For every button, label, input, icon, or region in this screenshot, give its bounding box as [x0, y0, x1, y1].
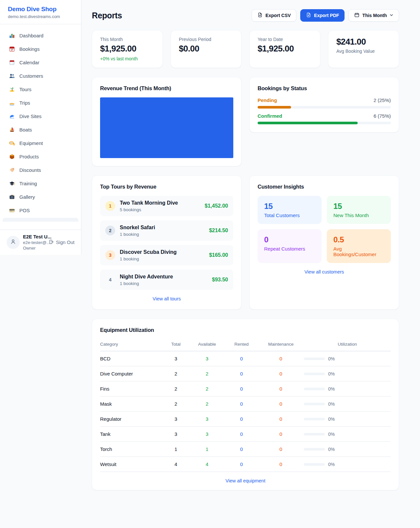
- insight-value: 15: [333, 202, 384, 211]
- equipment-rented: 0: [225, 442, 258, 457]
- stat-label: Year to Date: [258, 37, 312, 42]
- status-row: Pending 2 (25%): [258, 97, 391, 109]
- equipment-maintenance: 0: [258, 366, 304, 381]
- export-pdf-label: Export PDF: [314, 13, 339, 18]
- sidebar-item[interactable]: Discounts: [0, 163, 81, 177]
- pos-icon: [9, 207, 15, 214]
- equipment-maintenance: 0: [258, 457, 304, 472]
- equipment-available: 3: [189, 412, 225, 427]
- utilization-percent: 0%: [328, 356, 335, 361]
- trips-icon: [9, 100, 15, 106]
- sidebar-item[interactable]: Gallery: [0, 190, 81, 204]
- equipment-maintenance: 0: [258, 442, 304, 457]
- equipment-available: 3: [189, 351, 225, 366]
- brand-domain: demo.test.divestreams.com: [8, 14, 73, 19]
- top-tours-title: Top Tours by Revenue: [100, 184, 233, 190]
- utilization-percent: 0%: [328, 371, 335, 376]
- equipment-maintenance: 0: [258, 381, 304, 396]
- equipment-row: BCD 3 3 0 0 0%: [100, 351, 391, 366]
- revenue-trend-card: Revenue Trend (This Month): [92, 77, 242, 166]
- header-actions: Export CSV Export PDF This Month: [252, 9, 399, 22]
- status-bar-track: [258, 122, 391, 124]
- utilization-percent: 0%: [328, 386, 335, 392]
- sign-out-button[interactable]: Sign Out: [49, 239, 74, 246]
- sidebar-item[interactable]: POS: [0, 204, 81, 217]
- sidebar-item[interactable]: Boats: [0, 123, 81, 136]
- insight-label: Repeat Customers: [264, 246, 315, 252]
- insight-tile: 15 New This Month: [327, 196, 391, 224]
- stat-delta: +0% vs last month: [100, 56, 155, 61]
- equipment-maintenance: 0: [258, 351, 304, 366]
- utilization-bar-track: [304, 433, 325, 436]
- export-csv-button[interactable]: Export CSV: [252, 9, 296, 22]
- tour-name: Snorkel Safari: [120, 224, 155, 231]
- tour-name: Night Dive Adventure: [120, 274, 173, 280]
- equipment-total: 4: [163, 457, 189, 472]
- sidebar-item[interactable]: Tours: [0, 83, 81, 96]
- discounts-icon: [9, 167, 15, 173]
- view-all-tours-link[interactable]: View all tours: [100, 296, 233, 301]
- insight-label: New This Month: [333, 213, 384, 218]
- equipment-rented: 0: [225, 381, 258, 396]
- view-all-equipment-link[interactable]: View all equipment: [100, 478, 391, 483]
- stat-label: Previous Period: [179, 37, 233, 42]
- tour-revenue: $1,452.00: [205, 203, 228, 209]
- status-bar-fill: [258, 106, 291, 109]
- user-role: Owner: [23, 246, 45, 251]
- column-header: Available: [189, 339, 225, 351]
- stat-value: $0.00: [179, 44, 233, 54]
- sidebar-item[interactable]: 17 Bookings: [0, 42, 81, 56]
- column-header: Rented: [225, 339, 258, 351]
- column-header: Utilization: [304, 339, 391, 351]
- equipment-category: Tank: [100, 427, 163, 442]
- status-row: Confirmed 6 (75%): [258, 113, 391, 124]
- tour-revenue: $165.00: [209, 252, 228, 258]
- export-pdf-button[interactable]: Export PDF: [300, 9, 345, 22]
- sidebar-item-label: Dive Sites: [19, 113, 42, 120]
- dive-sites-icon: [9, 113, 15, 120]
- sidebar-item[interactable]: Dashboard: [0, 29, 81, 42]
- sidebar-item[interactable]: Training: [0, 177, 81, 190]
- equipment-available: 2: [189, 366, 225, 381]
- sidebar-item-label: Products: [19, 153, 39, 160]
- sidebar-item[interactable]: Equipment: [0, 136, 81, 150]
- customer-insights-card: Customer Insights 15 Total Customers 15 …: [249, 175, 399, 310]
- stat-card: This Month $1,925.00 +0% vs last month: [92, 30, 163, 68]
- equipment-row: Torch 1 1 0 0 0%: [100, 442, 391, 457]
- equipment-total: 2: [163, 381, 189, 396]
- insight-tile: 15 Total Customers: [258, 196, 322, 224]
- sidebar-item[interactable]: Products: [0, 150, 81, 163]
- status-bar-fill: [258, 122, 358, 124]
- equipment-category: Dive Computer: [100, 366, 163, 381]
- equipment-row: Tank 3 3 0 0 0%: [100, 427, 391, 442]
- revenue-trend-chart: [100, 97, 233, 158]
- status-label: Confirmed: [258, 113, 282, 119]
- equipment-total: 2: [163, 366, 189, 381]
- utilization-bar-track: [304, 357, 325, 360]
- insight-value: 15: [264, 202, 315, 211]
- sidebar-item[interactable]: Customers: [0, 69, 81, 83]
- utilization-percent: 0%: [328, 447, 335, 452]
- insight-tile: 0.5 Avg Bookings/Customer: [327, 229, 391, 263]
- status-bar-track: [258, 106, 391, 109]
- sidebar-item[interactable]: Calendar: [0, 56, 81, 69]
- equipment-category: BCD: [100, 351, 163, 366]
- sidebar-item-label: POS: [19, 207, 30, 214]
- equipment-maintenance: 0: [258, 412, 304, 427]
- period-dropdown[interactable]: This Month: [348, 9, 399, 22]
- equipment-rented: 0: [225, 396, 258, 412]
- tours-icon: [9, 86, 15, 93]
- stat-value: $1,925.00: [258, 44, 312, 54]
- view-all-customers-link[interactable]: View all customers: [258, 269, 391, 274]
- sidebar-item[interactable]: Dive Sites: [0, 110, 81, 123]
- sidebar-item-label: Training: [19, 180, 37, 187]
- calendar-icon: [9, 59, 15, 66]
- bookings-status-card: Bookings by Status Pending 2 (25%) Confi…: [249, 77, 399, 132]
- sidebar-item-label: Bookings: [19, 46, 40, 52]
- user-email: e2e-tester@...: [23, 240, 45, 245]
- stat-card: Avg Booking Value $241.00: [328, 30, 399, 68]
- sidebar-item[interactable]: Trips: [0, 96, 81, 110]
- equipment-row: Mask 2 2 0 0 0%: [100, 396, 391, 412]
- equipment-category: Torch: [100, 442, 163, 457]
- sidebar-item-label: Tours: [19, 86, 32, 93]
